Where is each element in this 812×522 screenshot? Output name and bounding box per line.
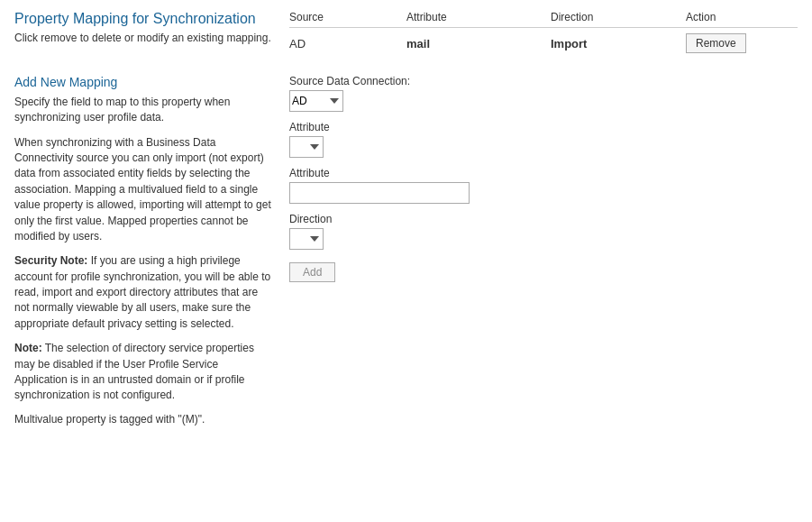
attribute-input-label: Attribute [289,167,798,179]
direction-select[interactable] [289,228,324,250]
attribute-input[interactable] [289,182,470,204]
source-data-group: Source Data Connection: AD [289,75,798,112]
security-note-label: Security Note: [14,254,87,267]
attribute-dropdown-select[interactable] [289,136,324,158]
page-title: Property Mapping for Synchronization [14,11,289,27]
add-button-group: Add [289,259,798,282]
description-2: When synchronizing with a Business Data … [14,135,271,245]
table-row: AD mail Import Remove [289,32,798,55]
security-note: Security Note: If you are using a high p… [14,253,271,332]
cell-action: Remove [686,33,794,53]
col-header-action: Action [686,11,794,23]
direction-label: Direction [289,213,798,225]
attribute-input-group: Attribute [289,167,798,204]
table-header: Source Attribute Direction Action [289,11,798,28]
note-text: The selection of directory service prope… [14,342,254,401]
source-data-select[interactable]: AD [289,90,343,112]
note: Note: The selection of directory service… [14,341,271,404]
cell-attribute: mail [406,37,551,50]
remove-button[interactable]: Remove [686,33,746,53]
page-subtitle: Click remove to delete or modify an exis… [14,31,276,46]
description-1: Specify the field to map to this propert… [14,95,271,126]
direction-group: Direction [289,213,798,250]
cell-source: AD [289,37,406,50]
col-header-direction: Direction [551,11,686,23]
col-header-source: Source [289,11,406,23]
add-button[interactable]: Add [289,262,335,282]
col-header-attribute: Attribute [406,11,551,23]
multivalue-note: Multivalue property is tagged with "(M)"… [14,413,271,426]
attribute-dropdown-group: Attribute [289,121,798,158]
add-mapping-title: Add New Mapping [14,75,271,89]
cell-direction: Import [551,37,686,50]
source-data-label: Source Data Connection: [289,75,798,87]
attribute-dropdown-label: Attribute [289,121,798,133]
note-label: Note: [14,342,42,354]
